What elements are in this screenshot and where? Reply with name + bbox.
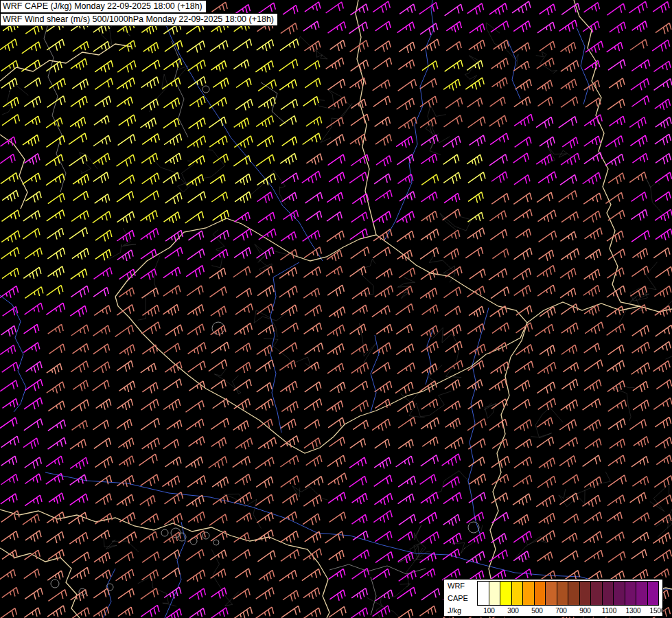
header-shear-text: WRF Wind shear (m/s) 500/1000hPa Monday … (3, 14, 274, 24)
legend-swatch (613, 581, 625, 606)
legend-swatch (545, 581, 557, 606)
legend-swatch (636, 581, 648, 606)
legend-swatch (522, 581, 535, 606)
legend-swatch (625, 581, 637, 606)
legend-swatch (511, 581, 524, 606)
legend-swatch (602, 581, 614, 606)
legend-swatch (500, 581, 512, 606)
legend-tick-label: 100 (483, 607, 495, 615)
legend-tick-label: 1500 (649, 607, 664, 615)
legend-label-wrf: WRF (448, 582, 472, 590)
legend-swatch (579, 581, 592, 606)
legend-swatch (568, 581, 580, 606)
legend-labels: WRF CAPE J/kg (448, 581, 472, 615)
legend-swatch (647, 581, 660, 606)
legend-swatch (477, 581, 489, 606)
legend-tick-label: 1300 (625, 607, 640, 615)
map-canvas (0, 0, 672, 618)
legend-tick-row: 100300500700900110013001500 (477, 606, 659, 615)
legend-label-cape: CAPE (448, 594, 472, 602)
cape-legend: WRF CAPE J/kg 10030050070090011001300150… (443, 579, 663, 617)
legend-swatch (534, 581, 546, 606)
header-line-shear: WRF Wind shear (m/s) 500/1000hPa Monday … (0, 13, 278, 26)
weather-map-page: WRF CAPE (J/kg) Monday 22-09-2025 18:00 … (0, 0, 672, 618)
legend-swatch (489, 581, 501, 606)
header-cape-text: WRF CAPE (J/kg) Monday 22-09-2025 18:00 … (3, 1, 202, 11)
legend-tick-label: 300 (507, 607, 519, 615)
legend-scale: 100300500700900110013001500 (477, 581, 659, 615)
legend-tick-label: 700 (555, 607, 567, 615)
legend-label-unit: J/kg (448, 606, 472, 615)
legend-tick-label: 1100 (602, 607, 617, 615)
legend-tick-label: 500 (531, 607, 543, 615)
legend-color-strip (477, 581, 659, 606)
legend-tick-label: 900 (579, 607, 591, 615)
legend-swatch (590, 581, 603, 606)
header-line-cape: WRF CAPE (J/kg) Monday 22-09-2025 18:00 … (0, 0, 207, 13)
legend-swatch (557, 581, 569, 606)
